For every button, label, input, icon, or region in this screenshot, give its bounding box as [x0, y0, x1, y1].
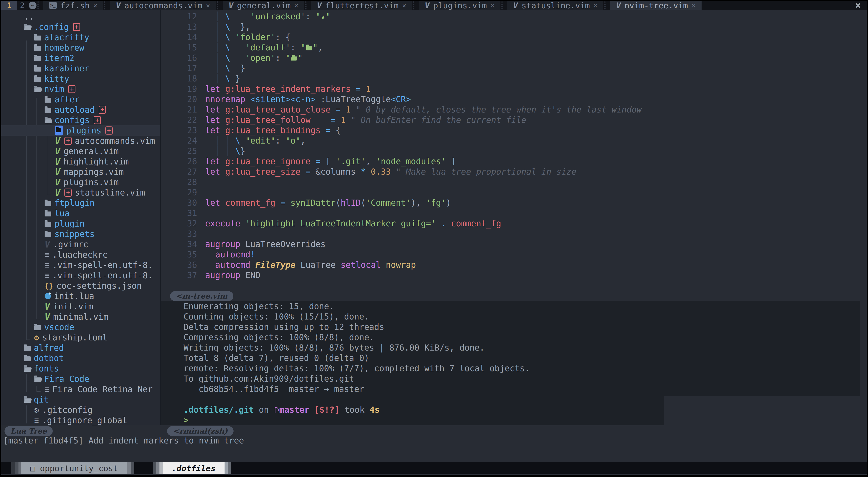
code-segment: g:lua_tree_ignore: [225, 157, 311, 166]
tree-row[interactable]: Fira Code Retina Ner: [1, 384, 160, 395]
tree-row[interactable]: general.vim: [1, 146, 160, 157]
code-line[interactable]: 17 │ \ }: [161, 63, 867, 74]
code-line[interactable]: 27let g:lua_tree_size = &columns * 0.33 …: [161, 167, 867, 177]
code-line[interactable]: 21let g:lua_tree_auto_close = 1 " 0 by d…: [161, 105, 867, 115]
tree-row[interactable]: coc-settings.json: [1, 280, 160, 291]
tree-row[interactable]: fonts: [1, 363, 160, 374]
tab-close-icon[interactable]: ×: [294, 2, 299, 9]
code-line[interactable]: 22let g:lua_tree_follow = 1 " On bufEnte…: [161, 115, 867, 125]
tree-row[interactable]: autoload+: [1, 105, 160, 115]
tab-fzf.sh[interactable]: fzf.sh×: [43, 1, 103, 10]
tree-row[interactable]: karabiner: [1, 63, 160, 74]
tree-row[interactable]: +statusline.vim: [1, 188, 160, 198]
tmux-session-opportunity-cost-label[interactable]: □ opportunity_cost: [21, 462, 127, 474]
code-line[interactable]: 16 │ \ 'open': "": [161, 53, 867, 63]
code-line[interactable]: 13 │ \ },: [161, 22, 867, 32]
tree-row[interactable]: Fira Code: [1, 374, 160, 384]
tree-row[interactable]: starship.toml: [1, 332, 160, 343]
tab-nvim-tree.vim[interactable]: nvim-tree.vim×: [610, 1, 702, 10]
code-line[interactable]: 15 │ \ 'default': "",: [161, 42, 867, 53]
code-line[interactable]: 36 autocmd FileType LuaTree setlocal now…: [161, 260, 867, 270]
tree-row-inner: kitty: [34, 74, 69, 84]
terminal-line: Delta compression using up to 12 threads: [184, 322, 858, 332]
file-tree-pane[interactable]: ...config+alacrittyhomebrewiterm2karabin…: [1, 10, 160, 425]
tree-row[interactable]: .gitconfig: [1, 405, 160, 415]
tree-row[interactable]: nvim+: [1, 84, 160, 94]
tab-close-icon[interactable]: ×: [206, 2, 210, 9]
tab-fluttertest.vim[interactable]: fluttertest.vim×: [311, 1, 412, 10]
tab-plugins.vim[interactable]: plugins.vim×: [419, 1, 500, 10]
code-segment: <CR>: [391, 95, 411, 104]
tree-row[interactable]: highlight.vim: [1, 157, 160, 167]
code-line[interactable]: 32execute 'highlight LuaTreeIndentMarker…: [161, 218, 867, 229]
code-line[interactable]: 25 │ │ \}: [161, 146, 867, 157]
code-segment: let: [205, 105, 220, 114]
terminal-line: Compressing objects: 100% (8/8), done.: [184, 332, 858, 343]
code-segment: Counting objects: 100% (15/15), done.: [184, 312, 369, 321]
tree-row[interactable]: snippets: [1, 229, 160, 239]
tree-row[interactable]: dotbot: [1, 353, 160, 363]
tree-row[interactable]: init.lua: [1, 291, 160, 301]
tmux-window-1[interactable]: 1: [1, 1, 17, 10]
tmux-window-2[interactable]: 2: [17, 1, 28, 10]
code-line[interactable]: 12 │ \ 'untracked': "★": [161, 11, 867, 22]
tree-row[interactable]: .config+: [1, 22, 160, 32]
tree-row[interactable]: .luacheckrc: [1, 249, 160, 260]
tree-row[interactable]: .gvimrc: [1, 239, 160, 249]
code-segment: let: [205, 198, 220, 208]
code-line[interactable]: 19let g:lua_tree_indent_markers = 1: [161, 84, 867, 94]
tree-row[interactable]: plugins+: [1, 125, 160, 136]
code-line[interactable]: 34augroup LuaTreeOverrides: [161, 239, 867, 249]
tree-row[interactable]: git: [1, 395, 160, 405]
terminal-pane[interactable]: Enumerating objects: 15, done.Counting o…: [161, 301, 867, 425]
tree-row[interactable]: alfred: [1, 343, 160, 353]
tree-row[interactable]: mappings.vim: [1, 167, 160, 177]
code-line[interactable]: 29: [161, 188, 867, 198]
code-line[interactable]: 24 │ │ \ "edit": "o",: [161, 136, 867, 146]
code-line[interactable]: 33: [161, 229, 867, 239]
tree-row[interactable]: .vim-spell-en.utf-8.: [1, 260, 160, 270]
code-line[interactable]: 18 │ \ }: [161, 74, 867, 84]
tree-row[interactable]: iterm2: [1, 53, 160, 63]
tree-row[interactable]: +autocommands.vim: [1, 136, 160, 146]
tab-close-icon[interactable]: ×: [691, 2, 695, 9]
code-line[interactable]: 30let comment_fg = synIDattr(hlID('Comme…: [161, 198, 867, 208]
tab-close-icon[interactable]: ×: [491, 2, 495, 9]
tab-separator: [501, 1, 506, 9]
code-line[interactable]: 26let g:lua_tree_ignore = [ '.git', 'nod…: [161, 157, 867, 167]
tree-row[interactable]: plugins.vim: [1, 177, 160, 188]
tree-row[interactable]: configs+: [1, 115, 160, 125]
tree-row[interactable]: vscode: [1, 322, 160, 332]
code-line[interactable]: 14 │ \ 'folder': {: [161, 32, 867, 42]
tree-row[interactable]: kitty: [1, 74, 160, 84]
tabs-container: fzf.sh×autocommands.vim×general.vim×flut…: [36, 1, 702, 10]
tab-statusline.vim[interactable]: statusline.vim×: [507, 1, 603, 10]
tree-row[interactable]: .gitignore_global: [1, 415, 160, 425]
tree-row[interactable]: ftplugin: [1, 198, 160, 208]
code-line[interactable]: 28: [161, 177, 867, 188]
tree-row[interactable]: after: [1, 94, 160, 105]
tree-row[interactable]: alacritty: [1, 32, 160, 42]
code-segment: FileType: [255, 260, 296, 270]
editor-pane[interactable]: 12 │ \ 'untracked': "★"13 │ \ },14 │ \ '…: [161, 10, 867, 302]
tree-row[interactable]: ..: [1, 11, 160, 22]
tree-row[interactable]: init.vim: [1, 301, 160, 312]
code-line[interactable]: 31: [161, 208, 867, 218]
close-all-button[interactable]: ×: [855, 1, 861, 10]
tab-close-icon[interactable]: ×: [593, 2, 597, 9]
code-line[interactable]: 23let g:lua_tree_bindings = {: [161, 125, 867, 136]
tree-row[interactable]: lua: [1, 208, 160, 218]
tree-row[interactable]: minimal.vim: [1, 312, 160, 322]
code-line[interactable]: 35 autocmd!: [161, 249, 867, 260]
tmux-session-dotfiles-label[interactable]: .dotfiles: [163, 462, 224, 474]
code-line[interactable]: 20nnoremap <silent><c-n> :LuaTreeToggle<…: [161, 94, 867, 105]
tree-row[interactable]: plugin: [1, 218, 160, 229]
tab-general.vim[interactable]: general.vim×: [223, 1, 304, 10]
tree-row[interactable]: .vim-spell-en.utf-8.: [1, 270, 160, 280]
back-arrow-icon[interactable]: [29, 2, 36, 9]
tab-close-icon[interactable]: ×: [402, 2, 406, 9]
code-line[interactable]: 37augroup END: [161, 270, 867, 280]
tab-close-icon[interactable]: ×: [93, 2, 97, 9]
tree-row[interactable]: homebrew: [1, 42, 160, 53]
tab-autocommands.vim[interactable]: autocommands.vim×: [110, 1, 216, 10]
